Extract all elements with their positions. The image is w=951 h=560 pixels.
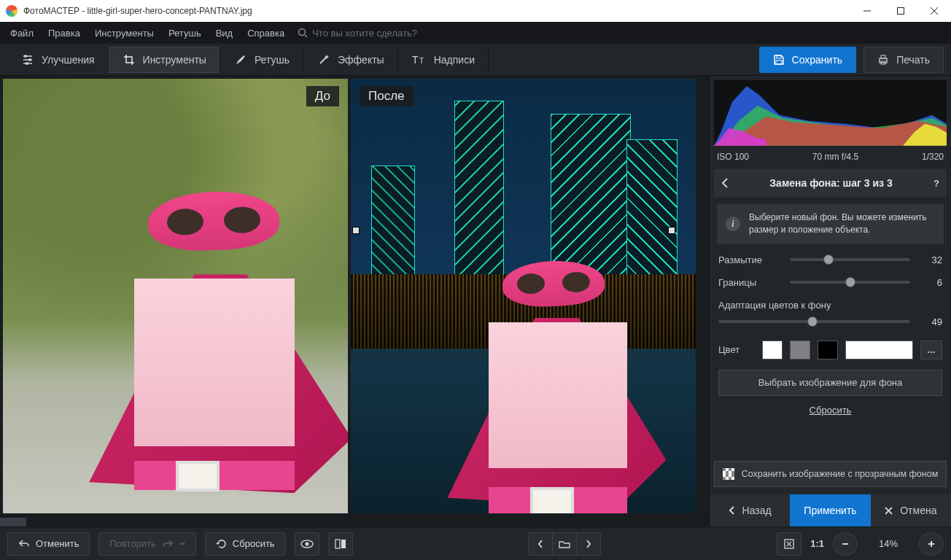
print-icon [877,54,889,66]
panel-title: Замена фона: шаг 3 из 3 [736,177,926,189]
panel-back-button[interactable] [721,178,729,188]
zoom-percent[interactable]: 14% [866,538,910,549]
menu-tools[interactable]: Инструменты [88,22,161,44]
svg-rect-13 [723,468,726,471]
print-button[interactable]: Печать [863,47,944,73]
redo-icon [162,539,174,549]
minimize-button[interactable] [850,0,884,22]
wand-icon [317,53,330,66]
menu-edit[interactable]: Правка [41,22,88,44]
exif-shutter: 1/320 [922,152,944,162]
horizontal-scrollbar[interactable] [0,516,709,526]
before-image [3,79,348,513]
blur-slider[interactable] [790,258,910,261]
chevron-left-icon [537,540,543,548]
redo-button[interactable]: Повторить [98,532,195,556]
adapt-slider[interactable] [718,320,910,323]
eye-icon [300,540,314,548]
tab-enhance[interactable]: Улучшения [7,47,109,73]
color-more-button[interactable]: ... [920,341,942,359]
edges-slider[interactable] [790,281,910,284]
maximize-button[interactable] [884,0,917,22]
svg-text:T: T [412,54,419,66]
svg-rect-24 [341,540,346,548]
svg-rect-17 [726,471,729,474]
save-label: Сохранить [792,54,843,66]
nav-next-button[interactable] [576,532,601,556]
redo-label: Повторить [109,538,155,549]
compare-views: До После [0,76,699,516]
menu-file[interactable]: Файл [3,22,41,44]
blur-value: 32 [917,254,942,265]
color-swatch-white[interactable] [762,341,783,359]
search-placeholder: Что вы хотите сделать? [312,28,417,39]
menu-help[interactable]: Справка [240,22,292,44]
close-button[interactable] [917,0,951,22]
save-icon [773,54,785,66]
plus-icon [927,540,936,548]
ratio-label[interactable]: 1:1 [810,538,824,549]
choose-bg-button[interactable]: Выбрать изображение для фона [718,370,942,396]
chevron-left-icon [729,506,735,515]
before-view[interactable]: До [3,79,348,513]
step-cancel-button[interactable]: Отмена [871,494,951,526]
blur-label: Размытие [718,254,783,265]
svg-rect-20 [729,477,731,480]
tab-text-label: Надписи [434,54,475,66]
minus-icon [841,540,850,548]
chevron-right-icon [586,540,591,548]
menubar-search[interactable]: Что вы хотите сделать? [298,28,417,39]
exif-lens: 70 mm f/4.5 [812,152,858,162]
menu-retouch[interactable]: Ретушь [161,22,209,44]
reset-link[interactable]: Сбросить [710,405,951,416]
nav-open-button[interactable] [552,532,577,556]
sidebar: ISO 100 70 mm f/4.5 1/320 Замена фона: ш… [709,76,951,526]
step-cancel-label: Отмена [900,505,936,516]
panel-help-button[interactable]: ? [933,178,939,189]
nav-prev-button[interactable] [528,532,553,556]
svg-text:T: T [419,57,424,65]
svg-point-1 [299,29,306,36]
tab-text[interactable]: TT Надписи [398,47,489,73]
undo-icon [18,539,30,549]
compare-toggle-button[interactable] [328,532,353,556]
vertical-scrollbar[interactable] [699,76,709,516]
reset-label: Сбросить [233,538,275,549]
step-buttons: Назад Применить Отмена [710,494,951,526]
tab-retouch-label: Ретушь [255,54,290,66]
step-apply-button[interactable]: Применить [790,494,870,526]
reset-button[interactable]: Сбросить [205,532,286,556]
after-image [351,79,696,513]
tab-tools[interactable]: Инструменты [109,47,220,73]
step-back-label: Назад [742,505,772,516]
print-label: Печать [896,54,930,66]
zoom-out-button[interactable] [833,532,858,556]
tab-retouch[interactable]: Ретушь [220,47,303,73]
step-back-button[interactable]: Назад [710,494,790,526]
color-field[interactable] [845,341,913,359]
save-button[interactable]: Сохранить [759,47,857,73]
undo-label: Отменить [36,538,79,549]
menu-view[interactable]: Вид [209,22,241,44]
hint-text: Выберите новый фон. Вы можете изменить р… [749,211,935,237]
color-swatch-gray[interactable] [790,341,810,359]
brush-icon [234,53,247,66]
color-swatch-black[interactable] [818,341,838,359]
histogram[interactable] [714,80,947,146]
text-icon: TT [412,54,427,66]
undo-button[interactable]: Отменить [7,532,90,556]
save-transparent-label: Сохранить изображение с прозрачным фоном [742,469,939,479]
preview-toggle-button[interactable] [295,532,319,556]
titlebar: ФотоМАСТЕР - little-girl-super-hero-conc… [0,0,951,22]
tab-tools-label: Инструменты [143,54,206,66]
color-row: Цвет ... [718,341,942,359]
after-view[interactable]: После [351,79,696,513]
step-apply-label: Применить [804,505,856,516]
svg-rect-19 [723,477,726,480]
menubar: Файл Правка Инструменты Ретушь Вид Справ… [0,22,951,44]
save-transparent-button[interactable]: Сохранить изображение с прозрачным фоном [714,461,947,487]
zoom-in-button[interactable] [919,532,944,556]
fit-screen-button[interactable] [777,532,801,556]
fit-icon [784,539,794,549]
tab-effects[interactable]: Эффекты [303,47,398,73]
